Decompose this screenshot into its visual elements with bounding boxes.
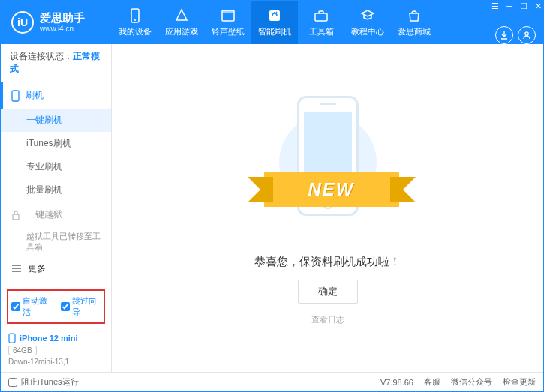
device-info[interactable]: iPhone 12 mini 64GB Down-12mini-13,1 [1,328,111,372]
nav-apps[interactable]: 应用游戏 [158,1,205,44]
device-phone-icon [8,333,16,343]
wallpaper-icon [220,7,236,24]
group-label: 一键越狱 [26,208,62,221]
logo-area: iU 爱思助手 www.i4.cn [1,11,112,34]
view-log-link[interactable]: 查看日志 [311,314,344,325]
nav-label: 教程中心 [351,26,384,37]
sidebar-item-batch[interactable]: 批量刷机 [1,178,111,202]
minimize-icon[interactable]: ─ [505,1,514,11]
lock-icon [11,210,20,220]
user-button[interactable] [518,26,536,44]
update-link[interactable]: 检查更新 [503,376,536,388]
phone-icon [127,7,143,24]
group-label: 刷机 [26,89,44,102]
nav-toolbox[interactable]: 工具箱 [298,1,344,44]
download-button[interactable] [495,26,513,44]
success-illustration: NEW [264,91,392,241]
svg-point-1 [134,19,136,21]
sidebar-group-flash[interactable]: 刷机 [1,82,111,109]
svg-rect-7 [12,91,19,101]
nav-tutorials[interactable]: 教程中心 [344,1,391,44]
sidebar-group-jailbreak[interactable]: 一键越狱 [1,202,111,228]
svg-rect-5 [315,13,327,21]
toolbox-icon [313,7,329,24]
svg-point-6 [525,31,528,34]
device-sub: Down-12mini-13,1 [8,358,104,366]
connection-status: 设备连接状态：正常模式 [1,44,111,82]
nav-label: 爱思商城 [398,26,431,37]
skip-guide-checkbox[interactable]: 跳过向导 [61,295,101,318]
app-url: www.i4.cn [40,25,85,33]
wechat-link[interactable]: 微信公众号 [451,376,492,388]
device-storage: 64GB [8,346,37,355]
device-name-text: iPhone 12 mini [20,334,78,343]
confirm-button[interactable]: 确定 [298,280,358,304]
titlebar: iU 爱思助手 www.i4.cn 我的设备 应用游戏 铃声壁纸 智能刷机 工具… [1,1,543,44]
svg-rect-8 [13,214,19,220]
sidebar-tree: 刷机 一键刷机 iTunes刷机 专业刷机 批量刷机 一键越狱 越狱工具已转移至… [1,82,111,285]
window-controls: ☰ ─ ☐ ✕ [490,1,543,11]
tutorial-icon [359,7,376,24]
block-itunes-checkbox[interactable]: 阻止iTunes运行 [8,376,79,388]
nav-my-device[interactable]: 我的设备 [112,1,158,44]
logo-icon: iU [11,11,34,34]
app-title: 爱思助手 [40,12,85,25]
nav-flash[interactable]: 智能刷机 [251,1,298,44]
auto-activate-checkbox[interactable]: 自动激活 [11,295,52,318]
nav-label: 应用游戏 [165,26,198,37]
nav-label: 我的设备 [119,26,152,37]
success-message: 恭喜您，保资料刷机成功啦！ [254,255,401,269]
option-checkboxes: 自动激活 跳过向导 [7,289,105,324]
service-link[interactable]: 客服 [424,376,440,388]
top-nav: 我的设备 应用游戏 铃声壁纸 智能刷机 工具箱 教程中心 爱思商城 [112,1,490,44]
store-icon [406,7,422,24]
close-icon[interactable]: ✕ [533,1,543,11]
sidebar-item-itunes[interactable]: iTunes刷机 [1,132,111,155]
nav-label: 铃声壁纸 [212,26,245,37]
more-icon [11,264,22,273]
apps-icon [173,7,190,24]
menu-icon[interactable]: ☰ [490,1,500,11]
sidebar-item-pro[interactable]: 专业刷机 [1,155,111,178]
footer: 阻止iTunes运行 V7.98.66 客服 微信公众号 检查更新 [1,372,543,391]
nav-ringtones[interactable]: 铃声壁纸 [205,1,251,44]
conn-label: 设备连接状态： [10,51,73,61]
svg-rect-3 [222,10,234,13]
sidebar-item-oneclick[interactable]: 一键刷机 [1,109,111,132]
sidebar: 设备连接状态：正常模式 刷机 一键刷机 iTunes刷机 专业刷机 批量刷机 一… [1,44,112,372]
version-text: V7.98.66 [380,378,413,387]
group-label: 更多 [28,262,46,275]
jailbreak-note: 越狱工具已转移至工具箱 [1,228,111,256]
maximize-icon[interactable]: ☐ [518,1,529,11]
flash-icon [266,7,283,24]
new-ribbon: NEW [264,172,399,207]
nav-store[interactable]: 爱思商城 [391,1,437,44]
sidebar-item-other[interactable]: 其他工具 [1,282,111,285]
nav-label: 智能刷机 [258,26,291,37]
svg-rect-9 [9,334,15,343]
sidebar-group-more[interactable]: 更多 [1,256,111,282]
phone-small-icon [11,90,20,102]
nav-label: 工具箱 [309,26,334,37]
main-content: NEW 恭喜您，保资料刷机成功啦！ 确定 查看日志 [112,44,543,372]
